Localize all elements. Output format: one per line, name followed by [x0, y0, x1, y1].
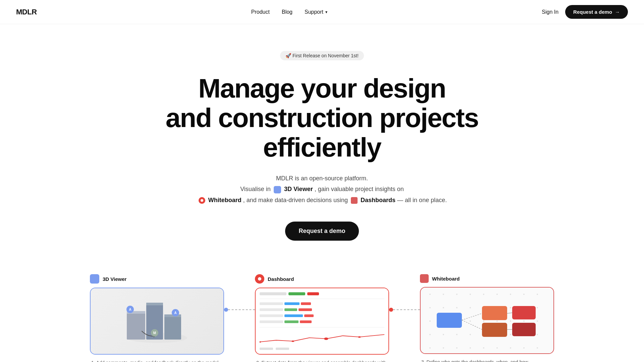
svg-point-56: [443, 347, 444, 349]
hero-headline: Manage your design and construction proj…: [134, 74, 510, 162]
svg-point-47: [443, 334, 444, 335]
feature-label-whiteboard: Whiteboard: [420, 274, 554, 283]
3d-viewer-card[interactable]: A A M: [90, 288, 224, 355]
svg-point-54: [537, 334, 538, 335]
features-section: 3D Viewer: [0, 261, 644, 362]
navigation: MDLR Product Blog Support ▾ Sign In Requ…: [0, 0, 644, 24]
dashboard-illustration: [256, 288, 388, 354]
svg-point-55: [429, 347, 431, 349]
connector-dot-red: [389, 308, 393, 312]
request-demo-nav-button[interactable]: Request a demo →: [565, 5, 628, 19]
feature-3d-viewer: 3D Viewer: [90, 274, 224, 362]
svg-rect-67: [512, 306, 536, 319]
nav-blog[interactable]: Blog: [282, 9, 292, 15]
svg-point-45: [537, 320, 538, 322]
svg-point-22: [470, 294, 471, 295]
feature-dashboard: Dashboard: [255, 274, 389, 362]
svg-point-60: [496, 347, 498, 349]
svg-text:A: A: [174, 311, 176, 315]
svg-point-30: [456, 307, 458, 308]
svg-point-29: [443, 307, 444, 308]
svg-point-28: [429, 307, 431, 308]
feature-caption-3d: 1. Add comments, media, and feedback dir…: [90, 359, 224, 362]
svg-point-34: [510, 307, 511, 308]
svg-point-15: [260, 341, 261, 343]
svg-point-17: [358, 336, 361, 338]
svg-text:M: M: [153, 331, 156, 335]
3d-viewer-icon-inline: [274, 186, 281, 193]
dashboard-card[interactable]: [255, 288, 389, 355]
hero-section: 🚀 First Release on November 1st! Manage …: [121, 24, 523, 261]
release-badge: 🚀 First Release on November 1st!: [280, 51, 364, 60]
svg-point-42: [496, 320, 498, 322]
svg-point-57: [456, 347, 458, 349]
svg-point-21: [456, 294, 458, 295]
feature-whiteboard: Whiteboard: [420, 274, 554, 362]
3d-viewer-icon: [90, 274, 99, 284]
whiteboard-illustration: [421, 288, 553, 354]
svg-point-62: [523, 347, 525, 349]
dashboards-icon-inline: [351, 197, 358, 204]
svg-rect-64: [437, 313, 462, 328]
svg-point-59: [483, 347, 484, 349]
svg-point-31: [470, 307, 471, 308]
svg-text:A: A: [129, 308, 131, 311]
request-demo-hero-button[interactable]: Request a demo: [285, 222, 359, 241]
svg-point-14: [324, 338, 328, 340]
svg-point-48: [456, 334, 458, 335]
svg-point-44: [523, 320, 525, 322]
feature-label-3d: 3D Viewer: [90, 274, 224, 284]
svg-point-23: [483, 294, 484, 295]
whiteboard-icon-card: [420, 274, 429, 283]
svg-rect-66: [482, 323, 507, 337]
feature-caption-whiteboard: 3. Define who gets the dashboards, when,…: [420, 359, 554, 362]
brand-logo[interactable]: MDLR: [16, 8, 37, 16]
svg-point-19: [429, 294, 431, 295]
dashboard-icon: [255, 274, 264, 284]
svg-point-26: [523, 294, 525, 295]
connector-line-2: [393, 309, 420, 310]
signin-button[interactable]: Sign In: [542, 9, 558, 15]
feature-label-dashboard: Dashboard: [255, 274, 389, 284]
svg-point-49: [470, 334, 471, 335]
svg-point-61: [510, 347, 511, 349]
connector-dot-blue: [224, 308, 228, 312]
feature-caption-dashboard: 2. Extract data from the viewer and asse…: [255, 359, 389, 362]
svg-point-16: [291, 340, 294, 342]
svg-point-40: [470, 320, 471, 322]
svg-rect-5: [164, 314, 181, 340]
svg-rect-1: [127, 311, 145, 340]
whiteboard-icon-inline: [199, 197, 205, 204]
svg-point-52: [510, 334, 511, 335]
svg-point-20: [443, 294, 444, 295]
arrow-icon: →: [615, 9, 620, 15]
svg-point-41: [483, 320, 484, 322]
svg-rect-65: [482, 306, 507, 320]
whiteboard-card[interactable]: [420, 287, 554, 354]
svg-point-24: [496, 294, 498, 295]
connector-line: [228, 309, 255, 310]
svg-point-36: [537, 307, 538, 308]
svg-rect-4: [146, 303, 163, 305]
svg-point-43: [510, 320, 511, 322]
nav-support[interactable]: Support ▾: [305, 9, 327, 15]
3d-building-illustration: A A M: [117, 294, 197, 348]
chevron-down-icon: ▾: [325, 10, 327, 14]
nav-right: Sign In Request a demo →: [542, 5, 628, 19]
svg-point-46: [429, 334, 431, 335]
svg-point-37: [429, 320, 431, 322]
connector-1: [224, 308, 255, 312]
svg-rect-68: [512, 323, 536, 336]
svg-point-58: [470, 347, 471, 349]
connector-2: [389, 308, 420, 312]
svg-point-27: [537, 294, 538, 295]
nav-product[interactable]: Product: [251, 9, 270, 15]
svg-point-25: [510, 294, 511, 295]
nav-links: Product Blog Support ▾: [251, 9, 327, 15]
hero-description: MDLR is an open-source platform. Visuali…: [134, 173, 510, 205]
svg-point-63: [537, 347, 538, 349]
